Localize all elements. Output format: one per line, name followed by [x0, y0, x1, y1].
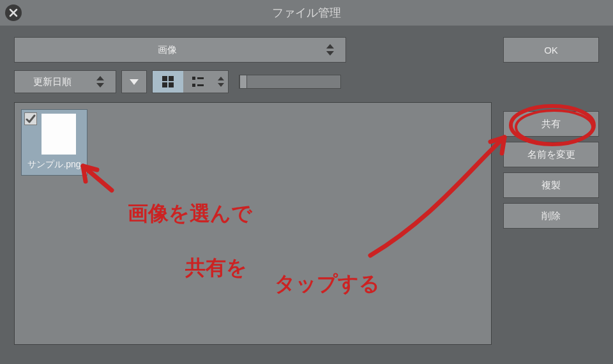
right-pane: OK 共有 名前を変更 複製 削除 — [503, 37, 599, 345]
sort-label: 更新日順 — [33, 76, 72, 88]
duplicate-label: 複製 — [541, 179, 561, 192]
spinner-icon — [96, 71, 112, 93]
delete-label: 削除 — [541, 210, 561, 222]
file-thumbnail — [42, 114, 76, 155]
close-icon — [9, 8, 18, 17]
view-size-spinner[interactable] — [214, 71, 228, 93]
category-label: 画像 — [158, 44, 177, 56]
toolbar-row-2: 更新日順 — [14, 70, 492, 93]
list-view-button[interactable] — [183, 71, 214, 93]
close-button[interactable] — [5, 4, 22, 21]
list-icon — [192, 77, 205, 87]
file-grid: サンプル.png — [14, 102, 492, 345]
ok-label: OK — [544, 45, 558, 56]
toolbar-row-1: 画像 — [14, 37, 492, 63]
check-icon — [26, 114, 36, 124]
spinner-icon — [326, 38, 342, 62]
ok-button[interactable]: OK — [503, 37, 599, 63]
category-dropdown[interactable]: 画像 — [14, 37, 346, 63]
rename-label: 名前を変更 — [527, 149, 575, 161]
grid-icon — [162, 76, 174, 87]
left-pane: 画像 更新日順 — [14, 37, 492, 345]
rename-button[interactable]: 名前を変更 — [503, 142, 599, 167]
delete-button[interactable]: 削除 — [503, 203, 599, 229]
slider-handle[interactable] — [239, 75, 247, 89]
titlebar: ファイル管理 — [0, 0, 613, 26]
duplicate-button[interactable]: 複製 — [503, 172, 599, 198]
view-toggle — [152, 70, 229, 93]
sort-dropdown[interactable]: 更新日順 — [14, 70, 116, 93]
file-name: サンプル.png — [27, 158, 80, 170]
grid-view-button[interactable] — [153, 71, 183, 93]
window-title: ファイル管理 — [0, 5, 613, 20]
zoom-slider[interactable] — [239, 75, 341, 89]
content: 画像 更新日順 — [0, 26, 613, 356]
file-checkbox[interactable] — [24, 112, 37, 125]
sort-direction-button[interactable] — [121, 70, 147, 93]
share-button[interactable]: 共有 — [503, 111, 599, 137]
file-item[interactable]: サンプル.png — [21, 109, 87, 176]
triangle-down-icon — [130, 79, 139, 85]
share-label: 共有 — [541, 118, 561, 130]
